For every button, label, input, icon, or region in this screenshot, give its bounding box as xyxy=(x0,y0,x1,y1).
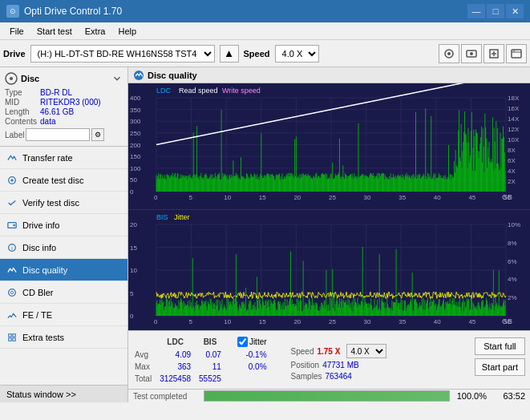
disc-info-panel: Disc Type BD-R DL MID RITEKDR3 (000) Len… xyxy=(0,67,127,147)
nav-create-test-disc[interactable]: Create test disc xyxy=(0,169,127,192)
nav-verify-test-disc[interactable]: Verify test disc xyxy=(0,192,127,214)
start-part-button[interactable]: Start part xyxy=(475,358,525,376)
charts-area xyxy=(128,83,530,330)
avg-ldc: 4.09 xyxy=(160,349,197,360)
toolbar-btn-4[interactable] xyxy=(506,44,527,63)
svg-text:i: i xyxy=(11,244,13,250)
nav-cd-bler[interactable]: CD Bler xyxy=(0,281,127,304)
disc-quality-icon xyxy=(6,265,18,276)
menu-bar: File Start test Extra Help xyxy=(0,22,530,40)
stats-row: LDC BIS Jitter Avg 4.09 0.07 -0.1% xyxy=(128,331,530,389)
avg-jitter: -0.1% xyxy=(237,349,273,360)
jitter-label: Jitter xyxy=(249,337,267,346)
disc-quality-header-icon xyxy=(133,70,144,81)
menu-extra[interactable]: Extra xyxy=(79,25,112,38)
transfer-rate-icon xyxy=(6,152,18,164)
position-value: 47731 MB xyxy=(322,361,359,370)
app-icon: ⊙ xyxy=(6,5,19,18)
fe-te-icon xyxy=(6,309,18,321)
disc-label-input[interactable] xyxy=(26,128,90,141)
svg-point-3 xyxy=(470,52,473,55)
disc-type-value: BD-R DL xyxy=(40,88,123,97)
svg-rect-16 xyxy=(9,337,11,340)
progress-time: 63:52 xyxy=(493,391,525,401)
avg-bis: 0.07 xyxy=(199,349,228,360)
disc-label-button[interactable]: ⚙ xyxy=(91,128,104,141)
max-bis: 11 xyxy=(199,361,228,372)
samples-label: Samples xyxy=(291,372,322,381)
speed-label: Speed xyxy=(291,347,314,356)
top-chart-canvas xyxy=(128,83,530,208)
extra-tests-icon xyxy=(6,332,18,343)
toolbar-btn-2[interactable] xyxy=(461,44,482,63)
svg-rect-14 xyxy=(9,333,11,336)
ldc-header: LDC xyxy=(160,336,197,348)
svg-point-13 xyxy=(10,291,13,293)
nav-disc-info[interactable]: i Disc info xyxy=(0,236,127,259)
toolbar-buttons xyxy=(439,44,527,63)
disc-quality-title: Disc quality xyxy=(148,71,197,80)
stats-table: LDC BIS Jitter Avg 4.09 0.07 -0.1% xyxy=(133,334,275,386)
disc-icon xyxy=(5,72,18,85)
nav-transfer-rate[interactable]: Transfer rate xyxy=(0,147,127,169)
speed-select-bottom[interactable]: 4.0 X xyxy=(346,344,386,358)
main-layout: Disc Type BD-R DL MID RITEKDR3 (000) Len… xyxy=(0,67,530,402)
eject-button[interactable]: ▲ xyxy=(220,45,239,63)
svg-rect-17 xyxy=(13,337,15,340)
total-ldc: 3125458 xyxy=(160,374,197,384)
progress-bar-fill xyxy=(204,391,449,401)
disc-length-value: 46.61 GB xyxy=(40,107,123,116)
svg-point-12 xyxy=(9,289,16,296)
disc-arrow-icon xyxy=(111,73,123,84)
disc-mid-value: RITEKDR3 (000) xyxy=(40,98,123,107)
disc-length-label: Length xyxy=(5,107,37,116)
disc-type-label: Type xyxy=(5,88,37,97)
speed-value: 1.75 X xyxy=(317,347,340,356)
disc-panel-title: Disc xyxy=(21,74,39,83)
disc-contents-value: data xyxy=(40,117,123,126)
max-jitter: 0.0% xyxy=(237,361,273,372)
status-window-button[interactable]: Status window >> xyxy=(0,385,127,402)
progress-bar-container xyxy=(204,390,450,402)
nav-disc-quality[interactable]: Disc quality xyxy=(0,259,127,281)
nav-extra-tests[interactable]: Extra tests xyxy=(0,326,127,349)
menu-file[interactable]: File xyxy=(3,25,30,38)
menu-start-test[interactable]: Start test xyxy=(30,25,79,38)
sidebar-nav: Transfer rate Create test disc Verify te… xyxy=(0,147,127,385)
title-bar: ⊙ Opti Drive Control 1.70 — □ ✕ xyxy=(0,0,530,22)
maximize-button[interactable]: □ xyxy=(487,4,504,18)
nav-fe-te[interactable]: FE / TE xyxy=(0,304,127,326)
disc-quality-header: Disc quality xyxy=(128,67,530,83)
action-buttons: Start full Start part xyxy=(475,337,525,376)
content-area: Disc quality LDC BIS xyxy=(128,67,530,402)
drive-label: Drive xyxy=(3,49,26,59)
toolbar-btn-1[interactable] xyxy=(439,44,459,63)
title-bar-buttons: — □ ✕ xyxy=(467,4,524,18)
close-button[interactable]: ✕ xyxy=(506,4,524,18)
svg-point-6 xyxy=(10,77,13,80)
nav-drive-info[interactable]: Drive info xyxy=(0,214,127,236)
speed-select[interactable]: 4.0 X xyxy=(275,45,319,63)
minimize-button[interactable]: — xyxy=(467,4,485,18)
disc-mid-label: MID xyxy=(5,98,37,107)
avg-label: Avg xyxy=(135,349,158,360)
status-text: Test completed xyxy=(133,392,197,401)
start-full-button[interactable]: Start full xyxy=(475,337,525,355)
toolbar-btn-3[interactable] xyxy=(483,44,504,63)
disc-label-text: Label xyxy=(5,131,24,139)
max-label: Max xyxy=(135,361,158,372)
title-bar-text: Opti Drive Control 1.70 xyxy=(24,6,122,17)
bis-header: BIS xyxy=(199,336,228,348)
svg-rect-15 xyxy=(13,333,15,336)
drive-info-icon xyxy=(6,220,18,231)
bottom-chart xyxy=(128,210,530,330)
verify-test-disc-icon xyxy=(6,197,18,208)
svg-point-1 xyxy=(447,52,451,55)
progress-bar-area: Test completed 100.0% 63:52 xyxy=(128,389,530,402)
menu-help[interactable]: Help xyxy=(111,25,143,38)
total-bis: 55525 xyxy=(199,374,228,384)
top-chart xyxy=(128,83,530,210)
drive-select[interactable]: (H:) HL-DT-ST BD-RE WH16NS58 TST4 xyxy=(30,45,215,63)
jitter-checkbox[interactable] xyxy=(237,337,248,347)
samples-value: 763464 xyxy=(325,372,351,381)
